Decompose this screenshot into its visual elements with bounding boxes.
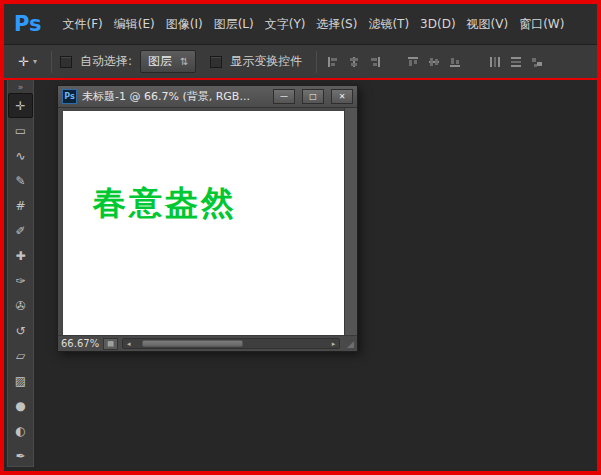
- auto-select-dropdown[interactable]: 图层 ⇅: [140, 50, 196, 73]
- tool-preset-picker[interactable]: ✛ ▾: [12, 51, 43, 72]
- align-middle-icon[interactable]: [426, 54, 442, 70]
- document-ps-icon: Ps: [62, 89, 77, 104]
- quick-select-tool[interactable]: ✎: [8, 168, 33, 193]
- pen-tool[interactable]: ✒: [8, 443, 33, 467]
- distribute-center-icon[interactable]: [508, 54, 524, 70]
- eraser-tool[interactable]: ▱: [8, 343, 33, 368]
- align-top-icon[interactable]: [405, 54, 421, 70]
- scroll-right-icon[interactable]: ▸: [328, 340, 339, 348]
- move-tool[interactable]: ✛: [8, 93, 33, 118]
- separator: [316, 51, 317, 73]
- menu-item-layer[interactable]: 图层(L): [214, 16, 254, 33]
- horizontal-scrollbar[interactable]: ◂ ▸: [122, 338, 340, 349]
- vertical-scrollbar[interactable]: [344, 108, 357, 335]
- align-center-horizontal-icon[interactable]: [346, 54, 362, 70]
- dodge-tool[interactable]: ◐: [8, 418, 33, 443]
- show-transform-label: 显示变换控件: [230, 53, 302, 70]
- zoom-level: 66.67%: [61, 338, 99, 349]
- blur-tool[interactable]: ●: [8, 393, 33, 418]
- maximize-button[interactable]: □: [302, 89, 324, 104]
- move-tool-icon: ✛: [18, 54, 29, 69]
- menu-item-3d[interactable]: 3D(D): [420, 17, 455, 31]
- options-bar: ✛ ▾ 自动选择: 图层 ⇅ 显示变换控件: [4, 44, 597, 78]
- align-bottom-icon[interactable]: [447, 54, 463, 70]
- chevron-down-icon: ▾: [33, 57, 37, 66]
- minimize-button[interactable]: —: [273, 89, 295, 104]
- separator: [51, 51, 52, 73]
- show-transform-checkbox[interactable]: [210, 56, 222, 68]
- canvas[interactable]: 春意盎然: [63, 111, 344, 335]
- toolbar-collapse-icon[interactable]: »: [8, 80, 33, 93]
- clone-stamp-tool[interactable]: ✇: [8, 293, 33, 318]
- align-vertical-group: [405, 54, 463, 70]
- menu-item-filter[interactable]: 滤镜(T): [368, 16, 409, 33]
- brush-tool[interactable]: ✑: [8, 268, 33, 293]
- status-options-button[interactable]: ▤: [103, 338, 118, 350]
- scroll-track[interactable]: [134, 339, 328, 348]
- eyedropper-tool[interactable]: ✐: [8, 218, 33, 243]
- menu-item-type[interactable]: 文字(Y): [265, 16, 306, 33]
- close-button[interactable]: ✕: [331, 89, 353, 104]
- resize-grip[interactable]: ◢: [344, 339, 354, 349]
- marquee-tool[interactable]: ▭: [8, 118, 33, 143]
- align-edge-group: [325, 54, 383, 70]
- menu-item-edit[interactable]: 编辑(E): [114, 16, 155, 33]
- auto-select-value: 图层: [148, 53, 172, 70]
- distribute-left-icon[interactable]: [487, 54, 503, 70]
- distribute-right-icon[interactable]: [529, 54, 545, 70]
- history-brush-tool[interactable]: ↺: [8, 318, 33, 343]
- document-titlebar[interactable]: Ps 未标题-1 @ 66.7% (背景, RGB... — □ ✕: [58, 86, 357, 108]
- menu-item-view[interactable]: 视图(V): [467, 16, 509, 33]
- distribute-group: [487, 54, 545, 70]
- align-left-icon[interactable]: [325, 54, 341, 70]
- scroll-thumb[interactable]: [142, 340, 243, 347]
- workspace: » ✛ ▭ ∿ ✎ # ✐ ✚ ✑ ✇ ↺ ▱ ▨ ● ◐ ✒ Ps 未标题-1…: [4, 80, 597, 467]
- tools-panel: » ✛ ▭ ∿ ✎ # ✐ ✚ ✑ ✇ ↺ ▱ ▨ ● ◐ ✒: [7, 80, 34, 467]
- align-right-icon[interactable]: [367, 54, 383, 70]
- menu-bar: Ps 文件(F) 编辑(E) 图像(I) 图层(L) 文字(Y) 选择(S) 滤…: [4, 4, 597, 44]
- scroll-left-icon[interactable]: ◂: [123, 340, 134, 348]
- gradient-tool[interactable]: ▨: [8, 368, 33, 393]
- menu-item-image[interactable]: 图像(I): [166, 16, 203, 33]
- document-window: Ps 未标题-1 @ 66.7% (背景, RGB... — □ ✕ 春意盎然 …: [57, 85, 358, 352]
- crop-tool[interactable]: #: [8, 193, 33, 218]
- menu-item-window[interactable]: 窗口(W): [519, 16, 564, 33]
- document-title: 未标题-1 @ 66.7% (背景, RGB...: [82, 89, 266, 104]
- ps-logo: Ps: [14, 12, 42, 36]
- canvas-text: 春意盎然: [93, 181, 237, 226]
- document-statusbar: 66.67% ▤ ◂ ▸ ◢: [58, 335, 357, 351]
- lasso-tool[interactable]: ∿: [8, 143, 33, 168]
- menu-item-select[interactable]: 选择(S): [316, 16, 357, 33]
- healing-brush-tool[interactable]: ✚: [8, 243, 33, 268]
- updown-arrows-icon: ⇅: [180, 56, 188, 67]
- menu-item-file[interactable]: 文件(F): [63, 16, 103, 33]
- auto-select-checkbox[interactable]: [60, 56, 72, 68]
- document-body: 春意盎然: [58, 108, 357, 335]
- auto-select-label: 自动选择:: [80, 53, 132, 70]
- photoshop-window: Ps 文件(F) 编辑(E) 图像(I) 图层(L) 文字(Y) 选择(S) 滤…: [0, 0, 601, 475]
